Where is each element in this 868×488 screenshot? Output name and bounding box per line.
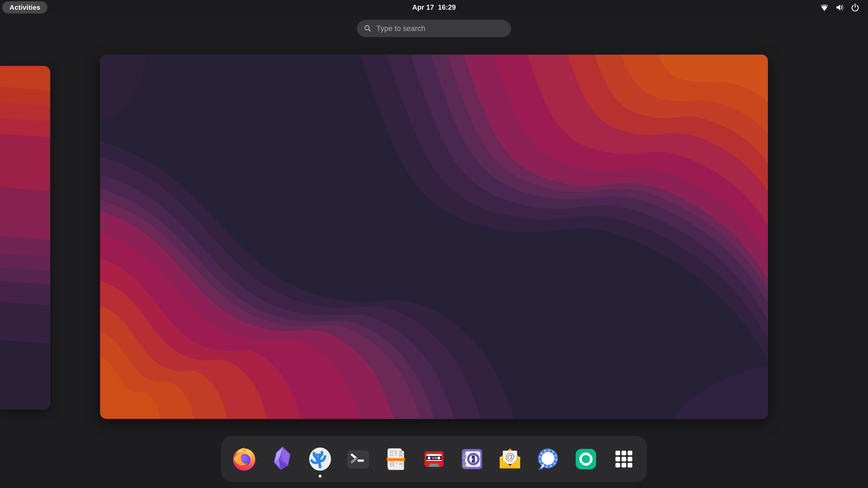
news-icon: NEWS (383, 446, 409, 473)
system-status-area[interactable] (819, 0, 860, 15)
dock-item-terminal[interactable] (345, 446, 371, 473)
search-input[interactable] (376, 24, 511, 33)
workspace-preview-current[interactable] (100, 55, 768, 419)
search-icon (363, 24, 372, 33)
dock-item-news[interactable]: NEWS (383, 446, 409, 473)
dock-item-obsidian[interactable] (269, 446, 296, 473)
safe-icon (459, 446, 485, 473)
dock-item-element[interactable] (572, 446, 599, 473)
dock: NEWS (221, 436, 647, 482)
coral-icon (307, 446, 333, 473)
dock-item-coral[interactable] (307, 446, 333, 473)
gnome-activities-overview: Activities Apr 17 16:29 (0, 0, 868, 488)
email-icon: @ (497, 446, 523, 473)
dock-item-safe[interactable] (459, 446, 485, 473)
cassette-icon (421, 446, 447, 473)
app-grid-icon (611, 446, 637, 473)
obsidian-icon (269, 446, 296, 473)
signal-icon (535, 446, 561, 473)
dock-item-email[interactable]: @ (497, 446, 523, 473)
dock-item-cassette[interactable] (421, 446, 447, 473)
svg-text:@: @ (505, 451, 515, 462)
top-bar: Activities Apr 17 16:29 (0, 0, 868, 15)
dock-item-signal[interactable] (535, 446, 561, 473)
power-icon[interactable] (850, 3, 860, 12)
search-bar[interactable] (357, 20, 511, 37)
volume-icon[interactable] (835, 3, 844, 12)
clock[interactable]: Apr 17 16:29 (0, 0, 868, 15)
terminal-icon (345, 446, 371, 473)
wallpaper (100, 55, 768, 419)
element-icon (572, 446, 599, 473)
dock-item-app-grid[interactable] (611, 446, 637, 473)
workspace-preview-left-partial[interactable] (0, 66, 50, 410)
dock-item-firefox[interactable] (231, 446, 257, 473)
wifi-icon[interactable] (819, 3, 829, 12)
firefox-icon (231, 446, 257, 473)
running-indicator (319, 475, 322, 478)
